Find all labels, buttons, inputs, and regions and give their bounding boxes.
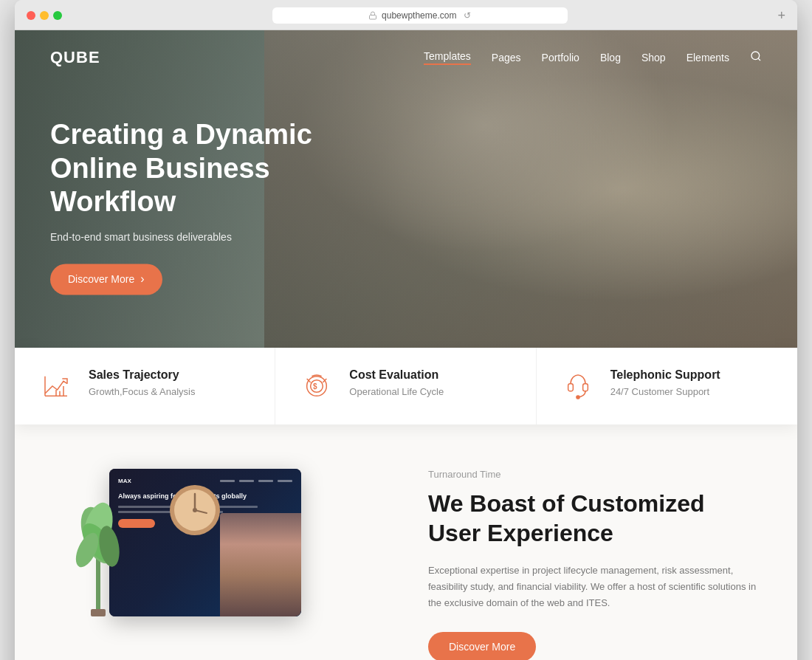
feature-title-support: Telephonic Support [610,368,720,382]
feature-card-support: Telephonic Support 24/7 Customer Support [537,348,797,424]
feature-card-cost: $ Cost Evaluation Operational Life Cycle [275,348,536,424]
feature-card-sales: Sales Trajectory Growth,Focus & Analysis [15,348,275,424]
mockup-nav-link-1 [220,480,235,482]
mockup-person-image [220,513,301,616]
feature-desc-support: 24/7 Customer Support [610,386,720,397]
section-body: Exceptional expertise in project lifecyc… [428,563,762,611]
nav-item-pages[interactable]: Pages [492,52,521,63]
hero-cta-arrow: › [140,272,144,286]
svg-text:$: $ [313,382,317,391]
cost-icon: $ [299,368,334,404]
feature-title-cost: Cost Evaluation [349,368,444,382]
plant-decoration [72,469,124,616]
section-eyebrow: Turnaround Time [428,469,762,480]
hero-cta-button[interactable]: Discover More › [50,264,162,295]
url-text: qubewptheme.com [382,10,456,21]
nav-item-blog[interactable]: Blog [600,52,621,63]
nav-menu: Templates Pages Portfolio Blog Shop Elem… [424,50,762,65]
maximize-window-button[interactable] [53,11,62,20]
website-content: QUBE Templates Pages Portfolio Blog Shop… [15,30,797,660]
nav-item-elements[interactable]: Elements [687,52,729,63]
reload-button[interactable]: ↺ [464,10,471,21]
new-tab-button[interactable]: + [777,9,785,22]
nav-item-shop[interactable]: Shop [641,52,666,63]
site-logo[interactable]: QUBE [50,48,100,67]
minimize-window-button[interactable] [40,11,49,20]
feature-title-sales: Sales Trajectory [89,368,196,382]
section-title: We Boast of Customized User Experience [428,489,762,548]
feature-info-support: Telephonic Support 24/7 Customer Support [610,368,720,397]
mockup-nav-link-4 [278,480,292,482]
browser-window: qubewptheme.com ↺ + QUBE Templates Pages… [15,0,797,660]
svg-rect-12 [582,384,588,391]
navbar: QUBE Templates Pages Portfolio Blog Shop… [15,30,797,85]
address-bar[interactable]: qubewptheme.com ↺ [272,7,568,24]
mockup-nav-links [220,480,292,482]
lower-section: MAX Always aspiring for new heights glob… [15,424,797,660]
hero-content: Creating a Dynamic Online Business Workf… [50,118,331,295]
headset-icon [560,368,596,404]
svg-rect-11 [568,384,573,391]
close-window-button[interactable] [27,11,35,20]
feature-desc-cost: Operational Life Cycle [349,386,444,397]
hero-cta-label: Discover More [68,273,134,285]
lower-left: MAX Always aspiring for new heights glob… [50,469,384,616]
feature-cards-section: Sales Trajectory Growth,Focus & Analysis… [15,348,797,424]
hero-subtitle: End-to-end smart business deliverables [50,231,331,243]
mockup-nav-link-2 [239,480,254,482]
section-cta-button[interactable]: Discover More [428,632,536,660]
nav-item-portfolio[interactable]: Portfolio [542,52,579,63]
svg-point-13 [577,396,579,399]
feature-info-sales: Sales Trajectory Growth,Focus & Analysis [89,368,196,397]
svg-rect-0 [370,16,376,20]
svg-line-2 [758,58,760,61]
feature-desc-sales: Growth,Focus & Analysis [89,386,196,397]
lock-icon [368,11,377,20]
lower-right: Turnaround Time We Boast of Customized U… [428,469,762,660]
clock-decoration [168,484,221,540]
feature-info-cost: Cost Evaluation Operational Life Cycle [349,368,444,397]
hero-section: QUBE Templates Pages Portfolio Blog Shop… [15,30,797,348]
browser-titlebar: qubewptheme.com ↺ + [15,0,797,30]
chart-icon [38,368,74,404]
hero-title: Creating a Dynamic Online Business Workf… [50,118,331,219]
mockup-nav-link-3 [258,480,273,482]
window-controls [27,11,62,20]
svg-rect-20 [91,609,106,616]
nav-item-templates[interactable]: Templates [424,50,471,65]
search-icon[interactable] [750,50,762,65]
svg-point-1 [751,52,760,60]
